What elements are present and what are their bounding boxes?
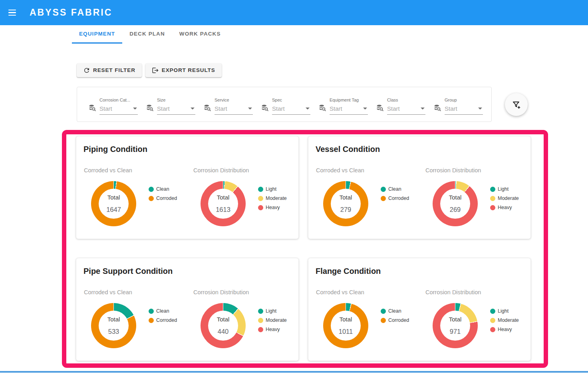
filter-panel: Corrosion Cat... Start Size bbox=[77, 87, 492, 122]
donut-chart-block: Corroded vs Clean Total 1011 Clean Corro… bbox=[316, 289, 419, 348]
legend-label: Heavy bbox=[498, 327, 512, 332]
legend-label: Heavy bbox=[266, 327, 280, 332]
legend-dot-icon bbox=[381, 309, 386, 314]
condition-card: Piping Condition Corroded vs Clean Total… bbox=[76, 136, 299, 239]
legend-item: Corroded bbox=[381, 317, 409, 323]
menu-button[interactable] bbox=[3, 4, 21, 22]
legend-item: Heavy bbox=[258, 205, 287, 210]
filter-field: Corrosion Cat... Start bbox=[88, 98, 146, 115]
hamburger-icon bbox=[8, 15, 16, 16]
legend-label: Clean bbox=[156, 186, 169, 192]
tab-label: DECK PLAN bbox=[129, 31, 165, 37]
legend-item: Clean bbox=[381, 308, 409, 314]
dropdown-arrow-icon[interactable] bbox=[421, 108, 425, 110]
card-title: Pipe Support Condition bbox=[83, 267, 291, 276]
legend-dot-icon bbox=[490, 196, 495, 201]
filter-field-input[interactable]: Start bbox=[157, 105, 195, 115]
legend-dot-icon bbox=[490, 205, 495, 210]
donut-total-value: 1613 bbox=[216, 206, 230, 213]
legend-dot-icon bbox=[490, 187, 495, 192]
chart-row: Total 1647 Clean Corroded bbox=[84, 181, 187, 226]
filter-field-label: Size bbox=[157, 98, 195, 102]
chart-row: Total 440 Light Moderate Heavy bbox=[193, 303, 291, 348]
donut-chart-block: Corroded vs Clean Total 279 Clean Corrod… bbox=[316, 167, 419, 226]
tab-equipment[interactable]: EQUIPMENT bbox=[72, 25, 122, 44]
filter-plus-icon bbox=[511, 100, 522, 110]
donut-chart-block: Corrosion Distribution Total 971 Light M… bbox=[419, 289, 523, 348]
legend-item: Heavy bbox=[490, 205, 519, 210]
filter-field-input[interactable]: Start bbox=[445, 105, 483, 115]
filter-field-label: Service bbox=[215, 98, 253, 102]
reset-filter-button[interactable]: RESET FILTER bbox=[77, 63, 142, 77]
filter-field: Group Start bbox=[433, 98, 491, 115]
donut-chart: Total 1613 bbox=[201, 181, 246, 226]
database-search-icon bbox=[146, 104, 154, 112]
card-charts: Corroded vs Clean Total 533 Clean Corrod… bbox=[83, 289, 291, 348]
cards-grid: Piping Condition Corroded vs Clean Total… bbox=[76, 136, 531, 361]
dropdown-arrow-icon[interactable] bbox=[248, 108, 252, 110]
chart-row: Total 279 Clean Corroded bbox=[316, 181, 419, 226]
legend-dot-icon bbox=[490, 309, 495, 314]
chart-row: Total 1613 Light Moderate Heavy bbox=[193, 181, 291, 226]
filter-field-label: Group bbox=[445, 98, 483, 102]
donut-chart-block: Corrosion Distribution Total 269 Light M… bbox=[419, 167, 523, 226]
donut-hole: Total 971 bbox=[440, 311, 470, 341]
legend-label: Light bbox=[498, 308, 509, 314]
toolbar: RESET FILTER EXPORT RESULTS bbox=[77, 63, 222, 77]
legend-item: Moderate bbox=[490, 195, 519, 201]
dropdown-arrow-icon[interactable] bbox=[306, 108, 310, 110]
chart-row: Total 269 Light Moderate Heavy bbox=[425, 181, 523, 226]
card-charts: Corroded vs Clean Total 1011 Clean Corro… bbox=[316, 289, 523, 348]
legend-dot-icon bbox=[149, 309, 154, 314]
donut-total-value: 1647 bbox=[106, 206, 121, 213]
tab-label: EQUIPMENT bbox=[79, 31, 115, 37]
legend-dot-icon bbox=[149, 318, 154, 323]
legend-label: Heavy bbox=[266, 205, 280, 210]
legend-dot-icon bbox=[258, 187, 263, 192]
donut-chart-block: Corrosion Distribution Total 1613 Light … bbox=[187, 167, 291, 226]
dropdown-arrow-icon[interactable] bbox=[191, 108, 195, 110]
legend-label: Clean bbox=[388, 308, 401, 314]
tab-label: WORK PACKS bbox=[179, 31, 221, 37]
filter-field-input[interactable]: Start bbox=[387, 105, 425, 115]
filter-field-placeholder: Start bbox=[157, 105, 182, 112]
database-search-icon bbox=[318, 104, 327, 112]
legend-label: Moderate bbox=[266, 195, 287, 201]
legend-label: Corroded bbox=[156, 317, 177, 323]
filter-field: Class Start bbox=[376, 98, 433, 115]
filter-field-input[interactable]: Start bbox=[99, 105, 138, 115]
filter-field-input[interactable]: Start bbox=[272, 105, 310, 115]
donut-hole: Total 1647 bbox=[99, 189, 129, 219]
filter-field-input[interactable]: Start bbox=[215, 105, 253, 115]
legend-dot-icon bbox=[258, 309, 263, 314]
chart-subtitle: Corroded vs Clean bbox=[316, 289, 419, 295]
page: ABYSS FABRIC EQUIPMENT DECK PLAN WORK PA… bbox=[0, 0, 588, 373]
dropdown-arrow-icon[interactable] bbox=[478, 108, 482, 110]
tab-work-packs[interactable]: WORK PACKS bbox=[172, 25, 228, 44]
filter-field-input[interactable]: Start bbox=[330, 105, 368, 115]
export-results-button[interactable]: EXPORT RESULTS bbox=[145, 63, 222, 77]
legend-dot-icon bbox=[490, 327, 495, 332]
dropdown-arrow-icon[interactable] bbox=[363, 108, 367, 110]
condition-card: Flange Condition Corroded vs Clean Total… bbox=[308, 258, 531, 361]
legend-item: Clean bbox=[381, 186, 409, 192]
refresh-icon bbox=[83, 67, 90, 74]
legend-dot-icon bbox=[258, 196, 263, 201]
hamburger-icon bbox=[8, 10, 16, 10]
legend-label: Corroded bbox=[156, 195, 177, 201]
tab-deck-plan[interactable]: DECK PLAN bbox=[122, 25, 172, 44]
dropdown-arrow-icon[interactable] bbox=[133, 108, 137, 110]
donut-total-value: 269 bbox=[450, 206, 461, 213]
donut-hole: Total 279 bbox=[331, 189, 361, 219]
add-filter-button[interactable] bbox=[505, 93, 528, 116]
donut-chart-block: Corroded vs Clean Total 1647 Clean Corro… bbox=[83, 167, 187, 226]
chart-subtitle: Corrosion Distribution bbox=[193, 167, 291, 174]
donut-chart: Total 269 bbox=[433, 181, 478, 226]
legend-dot-icon bbox=[381, 196, 386, 201]
donut-hole: Total 533 bbox=[99, 311, 129, 341]
legend-item: Corroded bbox=[381, 195, 409, 201]
legend-label: Moderate bbox=[266, 317, 287, 323]
legend-dot-icon bbox=[490, 318, 495, 323]
donut-total-value: 533 bbox=[108, 328, 119, 335]
filter-field-placeholder: Start bbox=[272, 105, 297, 112]
